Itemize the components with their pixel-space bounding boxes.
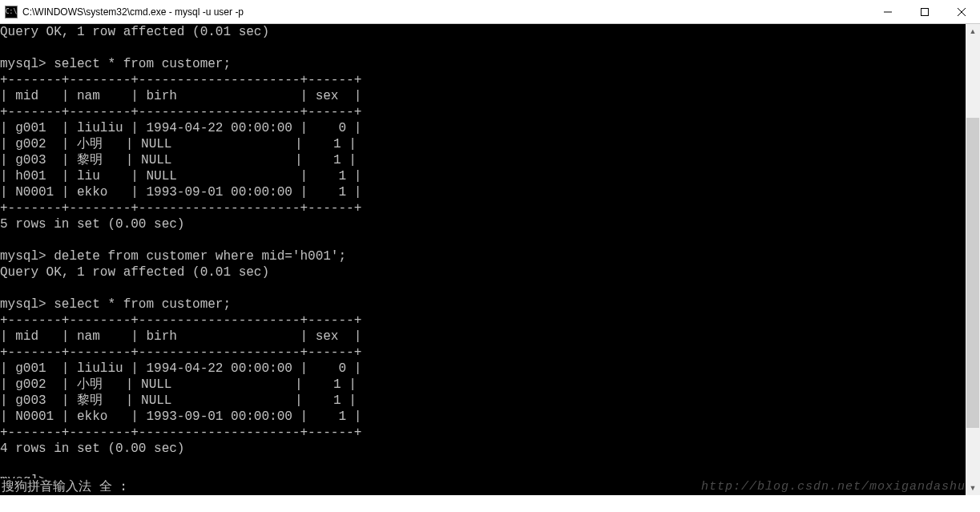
svg-rect-1 xyxy=(922,8,929,15)
scroll-down-button[interactable]: ▼ xyxy=(966,481,980,495)
ime-status-bar: 搜狗拼音输入法 全 : xyxy=(0,478,127,495)
window-controls xyxy=(869,0,980,23)
window-title: C:\WINDOWS\system32\cmd.exe - mysql -u u… xyxy=(22,6,869,18)
vertical-scrollbar[interactable]: ▲ ▼ xyxy=(966,24,980,495)
watermark-text: http://blog.csdn.net/moxigandashu xyxy=(701,480,966,494)
terminal-output[interactable]: Query OK, 1 row affected (0.01 sec) mysq… xyxy=(0,24,966,495)
scroll-track[interactable] xyxy=(966,38,980,481)
maximize-button[interactable] xyxy=(906,0,943,23)
window-titlebar: C:\ C:\WINDOWS\system32\cmd.exe - mysql … xyxy=(0,0,980,24)
console-area: Query OK, 1 row affected (0.01 sec) mysq… xyxy=(0,24,980,495)
cmd-icon: C:\ xyxy=(5,6,18,18)
minimize-button[interactable] xyxy=(869,0,906,23)
scroll-up-button[interactable]: ▲ xyxy=(966,24,980,38)
close-button[interactable] xyxy=(943,0,980,23)
ime-text: 搜狗拼音输入法 全 : xyxy=(2,478,127,495)
scroll-thumb[interactable] xyxy=(966,118,979,427)
